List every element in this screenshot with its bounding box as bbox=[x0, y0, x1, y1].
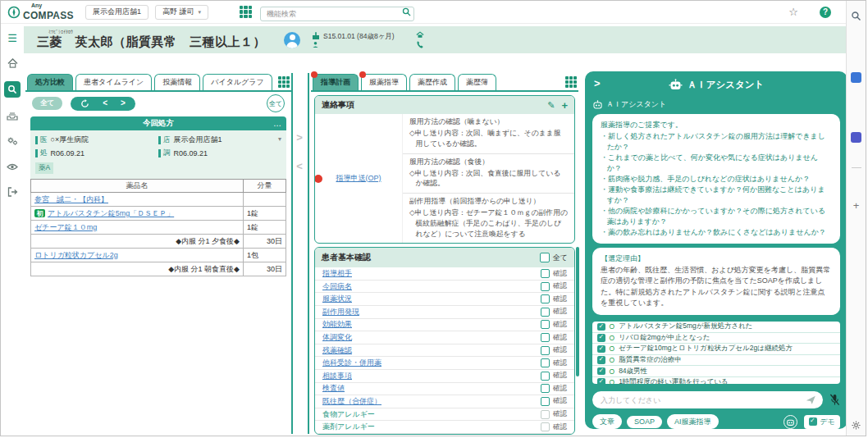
confirm-checkbox[interactable] bbox=[541, 397, 550, 406]
confirm-checkbox[interactable] bbox=[541, 282, 550, 291]
fact-checkbox[interactable] bbox=[597, 356, 605, 364]
check-item-link[interactable]: 相談事項 bbox=[322, 371, 352, 381]
soap-mode-button[interactable]: SOAP bbox=[627, 416, 662, 428]
help-icon[interactable]: ? bbox=[820, 7, 831, 18]
ai-suggestion-bubble: 服薬指導のご提案です。 ・新しく処方されたアトルバスタチン錠の服用方法は理解でき… bbox=[592, 114, 840, 244]
robot-icon bbox=[669, 79, 683, 90]
store-selector[interactable]: 展示会用店舗1 bbox=[85, 5, 148, 20]
drug-link[interactable]: アトルバスタチン錠5mg「ＤＳＥＰ」 bbox=[48, 209, 174, 217]
user-menu[interactable]: 高野 謙司 ▾ bbox=[155, 5, 208, 20]
expand-right-icon[interactable]: > bbox=[296, 132, 303, 143]
function-search bbox=[260, 5, 414, 20]
filter-all-button[interactable]: 全て bbox=[32, 97, 62, 110]
card-menu-icon[interactable]: … bbox=[273, 119, 281, 128]
fact-checkbox[interactable] bbox=[597, 334, 605, 342]
confirm-checkbox[interactable] bbox=[541, 358, 550, 367]
patient-avatar[interactable] bbox=[284, 32, 300, 48]
eye-icon[interactable] bbox=[5, 159, 20, 174]
confirm-checkbox[interactable] bbox=[541, 333, 550, 342]
check-row: 食物アレルギー確認 bbox=[315, 408, 574, 422]
tab-vital-graph[interactable]: バイタルグラフ bbox=[203, 74, 272, 90]
check-item-link[interactable]: 指導相手 bbox=[322, 268, 352, 279]
text-mode-button[interactable]: 文章 bbox=[592, 414, 622, 429]
ai-chat-input[interactable] bbox=[592, 391, 823, 408]
confirm-checkbox[interactable] bbox=[541, 269, 550, 278]
function-search-input[interactable] bbox=[260, 7, 414, 21]
check-item-link[interactable]: 今回病名 bbox=[322, 281, 352, 292]
check-item-link[interactable]: 既往歴（合併症） bbox=[322, 396, 381, 407]
fact-row: O84歳男性 bbox=[592, 366, 840, 377]
table-row: ゼチーア錠１０mg 1錠 bbox=[31, 221, 286, 235]
fact-checkbox[interactable] bbox=[597, 323, 605, 331]
inbox-tray-icon[interactable] bbox=[5, 108, 20, 123]
check-item-link[interactable]: 服薬状況 bbox=[322, 294, 352, 304]
confirm-checkbox[interactable] bbox=[541, 294, 550, 303]
guidance-handover-link[interactable]: 指導申送(OP) bbox=[336, 173, 381, 184]
apps-grid-icon[interactable] bbox=[240, 6, 252, 18]
settings-gears-icon[interactable] bbox=[5, 134, 20, 148]
notification-dot bbox=[311, 71, 318, 78]
check-item-link[interactable]: 効能効果 bbox=[322, 319, 352, 330]
fact-checkbox[interactable] bbox=[597, 378, 605, 383]
robot-avatar-button[interactable] bbox=[783, 415, 797, 429]
confirm-checkbox[interactable] bbox=[541, 308, 550, 317]
demo-toggle[interactable]: デモ bbox=[804, 415, 840, 429]
home-icon[interactable] bbox=[5, 56, 20, 71]
check-item-link[interactable]: 検査値 bbox=[322, 383, 345, 394]
app-logo: Any COMPASS bbox=[7, 2, 74, 21]
expand-left-icon[interactable]: < bbox=[296, 161, 303, 171]
tab-patient-timeline[interactable]: 患者タイムライン bbox=[75, 74, 152, 90]
panel-grid-icon[interactable] bbox=[278, 76, 290, 88]
sidebar-add-icon[interactable]: + bbox=[853, 199, 860, 212]
check-row: 相談事項確認 bbox=[315, 370, 574, 383]
collapse-panel-icon[interactable]: > bbox=[594, 77, 601, 89]
ai-guidance-button[interactable]: AI服薬指導 bbox=[667, 414, 719, 429]
sidebar-search-icon[interactable] bbox=[851, 11, 861, 21]
tab-dispensing-info[interactable]: 投薬情報 bbox=[154, 74, 200, 90]
tab-prescription-compare[interactable]: 処方比較 bbox=[27, 74, 73, 90]
prev-icon[interactable]: < bbox=[103, 99, 107, 107]
fact-checkbox[interactable] bbox=[597, 345, 605, 354]
tab-medication-guidance[interactable]: 服薬指導 bbox=[361, 74, 407, 90]
panel-resize-handles: > < bbox=[292, 132, 307, 171]
send-icon[interactable] bbox=[806, 395, 816, 405]
refresh-icon[interactable] bbox=[80, 99, 89, 108]
menu-icon[interactable]: ☰ bbox=[5, 30, 20, 45]
check-item-link[interactable]: 副作用発現 bbox=[322, 307, 359, 317]
panel-grid-icon[interactable] bbox=[565, 76, 577, 88]
search-nav-icon[interactable] bbox=[4, 81, 21, 98]
add-icon[interactable]: + bbox=[561, 100, 568, 111]
check-item-link[interactable]: 体調変化 bbox=[322, 332, 352, 343]
check-item-link[interactable]: 他科受診・併用薬 bbox=[322, 358, 381, 368]
confirm-checkbox[interactable] bbox=[541, 410, 550, 419]
confirm-checkbox[interactable] bbox=[541, 320, 550, 329]
next-icon[interactable]: > bbox=[121, 99, 126, 107]
table-row: 参宮 誠二・【内科】 bbox=[31, 193, 286, 207]
demo-checkbox[interactable] bbox=[809, 417, 817, 426]
fact-checkbox[interactable] bbox=[597, 367, 605, 376]
scrollbar[interactable] bbox=[576, 247, 579, 376]
check-all-checkbox[interactable] bbox=[540, 253, 550, 262]
confirm-checkbox[interactable] bbox=[541, 384, 550, 393]
fact-row: O1時間程度の軽い運動を行っている bbox=[592, 377, 840, 384]
tab-record-book[interactable]: 薬歴簿 bbox=[458, 74, 496, 90]
drug-link[interactable]: ゼチーア錠１０mg bbox=[34, 223, 97, 231]
sidebar-app-icon[interactable] bbox=[851, 132, 861, 143]
tab-guidance-plan[interactable]: 指導計画 bbox=[313, 74, 359, 90]
mic-muted-icon[interactable] bbox=[829, 394, 840, 406]
gear-icon[interactable] bbox=[851, 420, 861, 431]
confirm-checkbox[interactable] bbox=[541, 422, 550, 431]
collapse-card-icon[interactable]: ▾ bbox=[278, 135, 281, 143]
doctor-link[interactable]: 参宮 誠二・【内科】 bbox=[34, 195, 108, 203]
confirm-checkbox[interactable] bbox=[541, 372, 550, 381]
check-item-link[interactable]: 残薬確認 bbox=[322, 345, 352, 356]
col-quantity: 分量 bbox=[244, 180, 286, 193]
all-circle-button[interactable]: 全て bbox=[267, 94, 285, 112]
edit-icon[interactable]: ✎ bbox=[547, 100, 555, 111]
favorite-star-icon[interactable]: ☆ bbox=[788, 6, 798, 18]
tab-record-create[interactable]: 薬歴作成 bbox=[409, 74, 455, 90]
sidebar-app-icon[interactable] bbox=[851, 72, 861, 83]
confirm-checkbox[interactable] bbox=[541, 346, 550, 355]
sign-out-icon[interactable] bbox=[5, 185, 20, 199]
drug-link[interactable]: ロトリガ粒状カプセル2g bbox=[34, 251, 118, 259]
